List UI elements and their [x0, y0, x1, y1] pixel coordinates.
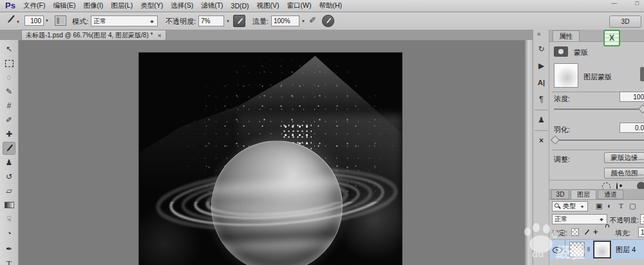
watermark-paw-toe	[524, 228, 531, 236]
quick-selection-tool[interactable]: ✎	[3, 85, 15, 98]
flow-label: 流量:	[252, 17, 269, 26]
type-tool[interactable]: T	[3, 257, 15, 265]
properties-panel: 属性 蒙版 图层蒙版 浓度: 100 羽化: 0.0 调整: 蒙版边缘... 颜…	[549, 30, 644, 189]
layer-filter-value: 类型	[563, 202, 578, 211]
mask-edge-button[interactable]: 蒙版边缘...	[604, 152, 644, 163]
menu-edit[interactable]: 编辑(E)	[49, 1, 79, 10]
workspace-3d-button[interactable]: 3D	[609, 15, 641, 28]
layers-opacity-input[interactable]: 100%	[640, 214, 644, 224]
menu-view[interactable]: 视图(V)	[253, 1, 283, 10]
excel-file-icon[interactable]: X	[603, 30, 620, 46]
layer-filter-select[interactable]: 类型	[552, 201, 588, 211]
opacity-caret-icon[interactable]: ▼	[226, 19, 230, 23]
gradient-tool[interactable]	[3, 199, 15, 211]
history-brush-icon: ↺	[6, 173, 12, 181]
airbrush-icon[interactable]: ✐	[309, 15, 316, 25]
tab-properties[interactable]: 属性	[553, 30, 580, 41]
menu-filter[interactable]: 滤镜(T)	[197, 1, 227, 10]
menu-layer[interactable]: 图层(L)	[107, 1, 137, 10]
brush-tool[interactable]	[3, 142, 15, 155]
color-range-button[interactable]: 颜色范围...	[604, 168, 644, 179]
character-glyph: A|	[538, 79, 545, 86]
character-panel-icon[interactable]: A|	[535, 76, 547, 88]
menu-type[interactable]: 类型(Y)	[137, 1, 167, 10]
dodge-tool[interactable]: ◔	[3, 227, 15, 240]
menu-select[interactable]: 选择(S)	[167, 1, 197, 10]
filter-combo-arrows-icon	[580, 203, 585, 210]
canvas[interactable]	[138, 52, 402, 265]
clone-stamp-tool[interactable]: ♟	[3, 156, 15, 169]
excel-x-letter: X	[609, 34, 614, 43]
toggle-brush-panel-icon[interactable]	[55, 15, 66, 26]
crop-tool[interactable]: #	[3, 99, 15, 112]
tab-layers[interactable]: 图层	[571, 190, 596, 199]
fill-value: 100%	[641, 229, 644, 236]
clone-source-panel-icon[interactable]: ♟	[535, 113, 547, 126]
feather-slider-handle[interactable]	[551, 135, 560, 144]
pen-pressure-size-icon[interactable]	[322, 15, 334, 27]
eyedropper-tool[interactable]: ✐	[3, 113, 15, 126]
properties-divider-3	[549, 180, 644, 181]
document-tab[interactable]: 未标题-1.psd @ 66.7%(图层 4, 图层蒙版/8) * ×	[21, 30, 166, 40]
lasso-tool[interactable]: ◌	[3, 71, 15, 84]
mask-badge-icon	[554, 46, 568, 57]
tool-presets-panel-icon[interactable]: ×	[535, 134, 547, 146]
eraser-tool[interactable]: ▱	[3, 184, 15, 197]
history-panel-icon[interactable]: ↻	[535, 43, 547, 55]
healing-brush-tool[interactable]: ✚	[3, 128, 15, 141]
pen-pressure-opacity-icon[interactable]	[233, 15, 245, 27]
tab-3d[interactable]: 3D	[551, 190, 569, 199]
minimize-icon[interactable]: —	[611, 0, 617, 6]
menu-help[interactable]: 帮助(H)	[316, 1, 346, 10]
menu-window[interactable]: 窗口(W)	[283, 1, 316, 10]
paragraph-panel-icon[interactable]: ¶	[535, 93, 547, 105]
opacity-input[interactable]: 7%	[198, 15, 224, 26]
menu-items: 文件(F) 编辑(E) 图像(I) 图层(L) 类型(Y) 选择(S) 滤镜(T…	[19, 0, 346, 12]
brush-size-caret-icon[interactable]: ▼	[45, 19, 49, 23]
search-icon	[554, 203, 561, 210]
flow-caret-icon[interactable]: ▼	[301, 19, 305, 23]
marquee-tool[interactable]	[3, 57, 15, 70]
fill-input[interactable]: 100%	[638, 227, 644, 237]
watermark-paw-toe	[552, 230, 558, 238]
pen-tool[interactable]: ✒	[3, 242, 15, 255]
feather-input[interactable]: 0.0	[620, 123, 644, 133]
smudge-tool[interactable]: ☟	[3, 213, 15, 226]
history-brush-tool[interactable]: ↺	[3, 170, 15, 183]
mask-options-icon[interactable]	[640, 67, 644, 81]
opacity-label: 不透明度:	[166, 17, 196, 26]
density-slider[interactable]	[554, 108, 644, 111]
brush-size-input[interactable]: 100	[24, 15, 44, 26]
filter-adjustment-layers-icon[interactable]: ◐	[607, 202, 612, 210]
filter-type-layers-icon[interactable]: T	[619, 202, 623, 210]
watermark: du 经验	[523, 222, 620, 265]
opacity-value: 7%	[201, 17, 222, 25]
filter-pixel-layers-icon[interactable]: ▣	[596, 202, 602, 210]
mode-select[interactable]: 正常	[91, 15, 158, 26]
smudge-icon: ☟	[6, 215, 11, 223]
menu-image[interactable]: 图像(I)	[79, 1, 107, 10]
density-slider-handle[interactable]	[638, 104, 644, 113]
photoshop-window: Ps 文件(F) 编辑(E) 图像(I) 图层(L) 类型(Y) 选择(S) 滤…	[0, 0, 644, 265]
collapse-panels-icon[interactable]: «	[537, 30, 541, 37]
filter-shape-layers-icon[interactable]: ▢	[629, 202, 636, 210]
close-icon[interactable]: ×	[157, 32, 161, 39]
brush-preset-caret-icon[interactable]: ▼	[16, 20, 20, 24]
menu-file[interactable]: 文件(F)	[19, 1, 49, 10]
actions-panel-icon[interactable]: ▶	[535, 59, 547, 72]
menu-3d[interactable]: 3D(D)	[227, 2, 253, 10]
eyedropper-icon: ✐	[6, 116, 12, 124]
ps-logo[interactable]: Ps	[5, 1, 15, 10]
feather-slider[interactable]	[554, 139, 644, 142]
density-input[interactable]: 100	[620, 92, 644, 102]
color-range-label: 颜色范围...	[611, 169, 644, 178]
layer-mask-label: 图层蒙版	[583, 72, 612, 82]
tab-channels[interactable]: 通道	[598, 190, 623, 199]
watermark-brand: du	[532, 248, 544, 259]
brush-preset-icon[interactable]	[5, 14, 15, 27]
maximize-icon[interactable]: □	[636, 0, 639, 6]
flow-input[interactable]: 100%	[271, 15, 299, 26]
layer-mask-thumbnail[interactable]	[554, 63, 578, 88]
move-tool[interactable]: ↖	[3, 43, 15, 55]
type-icon: T	[6, 259, 12, 265]
